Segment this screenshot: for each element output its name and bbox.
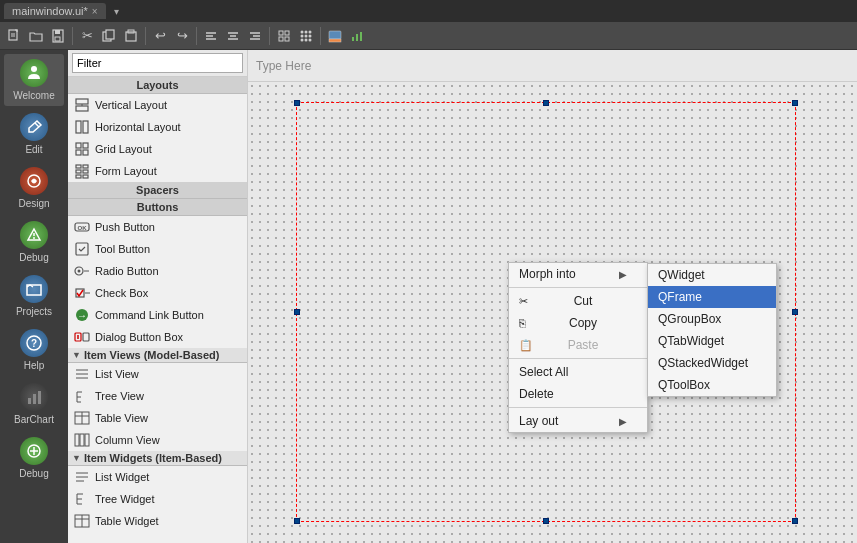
sidebar-item-edit[interactable]: Edit (4, 108, 64, 160)
help-icon: ? (20, 329, 48, 357)
toolbar-btn-dots[interactable] (296, 26, 316, 46)
tree-view-icon (74, 388, 90, 404)
context-menu-copy[interactable]: ⎘ Copy (509, 312, 647, 334)
widget-item-list-widget[interactable]: List Widget (68, 466, 247, 488)
canvas-header: Type Here (248, 50, 857, 82)
toolbar-sep-5 (320, 27, 321, 45)
sidebar-item-debug2[interactable]: Debug (4, 432, 64, 484)
toolbar-sep-1 (72, 27, 73, 45)
toolbar-btn-save[interactable] (48, 26, 68, 46)
toolbar-btn-align-center[interactable] (223, 26, 243, 46)
widget-item-push-button[interactable]: OK Push Button (68, 216, 247, 238)
toolbar-btn-copy[interactable] (99, 26, 119, 46)
widget-item-check-box[interactable]: Check Box (68, 282, 247, 304)
svg-text:→: → (77, 310, 87, 321)
context-menu-morph-into[interactable]: Morph into ▶ QWidget QFrame QGroupBox QT… (509, 263, 647, 285)
widget-item-grid-layout[interactable]: Grid Layout (68, 138, 247, 160)
list-view-icon (74, 366, 90, 382)
morph-option-qtoolbox[interactable]: QToolBox (648, 374, 776, 396)
widget-item-tree-widget[interactable]: Tree Widget (68, 488, 247, 510)
context-menu-select-all[interactable]: Select All (509, 361, 647, 383)
sidebar-item-debug[interactable]: Debug (4, 216, 64, 268)
widget-label-check-box: Check Box (95, 287, 148, 299)
svg-point-31 (309, 38, 312, 41)
svg-rect-92 (85, 434, 89, 446)
widget-item-table-view[interactable]: Table View (68, 407, 247, 429)
widget-item-radio-button[interactable]: Radio Button (68, 260, 247, 282)
handle-ml[interactable] (294, 309, 300, 315)
widget-item-form-layout[interactable]: Form Layout (68, 160, 247, 182)
toolbar-btn-paste[interactable] (121, 26, 141, 46)
push-button-icon: OK (74, 219, 90, 235)
toolbar-btn-redo[interactable]: ↪ (172, 26, 192, 46)
title-tab[interactable]: mainwindow.ui* × (4, 3, 106, 19)
sidebar-item-projects[interactable]: Projects (4, 270, 64, 322)
svg-line-38 (35, 123, 39, 127)
handle-bm[interactable] (543, 518, 549, 524)
widget-item-vertical-layout[interactable]: Vertical Layout (68, 94, 247, 116)
svg-rect-63 (76, 170, 81, 173)
toolbar-btn-undo[interactable]: ↩ (150, 26, 170, 46)
toolbar-btn-align-left[interactable] (201, 26, 221, 46)
section-item-widgets[interactable]: ▼ Item Widgets (Item-Based) (68, 451, 247, 466)
section-arrow-item-views: ▼ (72, 350, 81, 360)
widget-item-tool-button[interactable]: Tool Button (68, 238, 247, 260)
sidebar-item-help[interactable]: ? Help (4, 324, 64, 376)
tab-arrow[interactable]: ▾ (114, 6, 119, 17)
context-menu-delete[interactable]: Delete (509, 383, 647, 405)
morph-option-qwidget[interactable]: QWidget (648, 264, 776, 286)
context-menu-select-all-label: Select All (519, 365, 568, 379)
sidebar-item-welcome[interactable]: Welcome (4, 54, 64, 106)
debug-icon (20, 221, 48, 249)
svg-rect-61 (76, 165, 81, 168)
morph-option-qframe[interactable]: QFrame (648, 286, 776, 308)
icon-panel: Welcome Edit Design Debug Projects (0, 50, 68, 543)
sidebar-item-barchart[interactable]: BarChart (4, 378, 64, 430)
svg-rect-57 (76, 143, 81, 148)
handle-mr[interactable] (792, 309, 798, 315)
widget-item-column-view[interactable]: Column View (68, 429, 247, 451)
svg-rect-35 (356, 34, 358, 41)
context-menu-sep-1 (509, 287, 647, 288)
toolbar-btn-chart[interactable] (347, 26, 367, 46)
morph-option-qgroupbox[interactable]: QGroupBox (648, 308, 776, 330)
context-menu-lay-out[interactable]: Lay out ▶ (509, 410, 647, 432)
section-item-views[interactable]: ▼ Item Views (Model-Based) (68, 348, 247, 363)
widget-item-command-link[interactable]: → Command Link Button (68, 304, 247, 326)
widget-item-dialog-button-box[interactable]: Dialog Button Box (68, 326, 247, 348)
handle-tl[interactable] (294, 100, 300, 106)
toolbar-btn-new[interactable] (4, 26, 24, 46)
toolbar-btn-grid[interactable] (274, 26, 294, 46)
widget-item-horizontal-layout[interactable]: Horizontal Layout (68, 116, 247, 138)
handle-tr[interactable] (792, 100, 798, 106)
handle-bl[interactable] (294, 518, 300, 524)
filter-input[interactable] (72, 53, 243, 73)
toolbar-btn-open[interactable] (26, 26, 46, 46)
cut-icon: ✂ (519, 295, 535, 308)
svg-point-30 (305, 38, 308, 41)
context-menu-cut[interactable]: ✂ Cut (509, 290, 647, 312)
svg-rect-46 (28, 398, 31, 404)
svg-point-42 (33, 237, 35, 239)
close-tab-btn[interactable]: × (92, 6, 98, 17)
svg-rect-47 (33, 394, 36, 404)
widget-label-list-view: List View (95, 368, 139, 380)
widget-item-tree-view[interactable]: Tree View (68, 385, 247, 407)
canvas-inner[interactable]: Morph into ▶ QWidget QFrame QGroupBox QT… (248, 82, 857, 543)
handle-br[interactable] (792, 518, 798, 524)
svg-rect-0 (9, 30, 17, 40)
toolbar-btn-align-right[interactable] (245, 26, 265, 46)
svg-rect-33 (329, 39, 341, 42)
svg-rect-62 (83, 165, 88, 168)
handle-tm[interactable] (543, 100, 549, 106)
toolbar-btn-color[interactable] (325, 26, 345, 46)
morph-option-qstackedwidget[interactable]: QStackedWidget (648, 352, 776, 374)
widget-item-list-view[interactable]: List View (68, 363, 247, 385)
toolbar-btn-cut[interactable]: ✂ (77, 26, 97, 46)
svg-rect-79 (83, 333, 89, 341)
widget-item-table-widget[interactable]: Table Widget (68, 510, 247, 532)
sidebar-item-design[interactable]: Design (4, 162, 64, 214)
svg-rect-43 (27, 285, 41, 295)
morph-option-qtabwidget[interactable]: QTabWidget (648, 330, 776, 352)
sidebar-label-welcome: Welcome (13, 90, 55, 101)
